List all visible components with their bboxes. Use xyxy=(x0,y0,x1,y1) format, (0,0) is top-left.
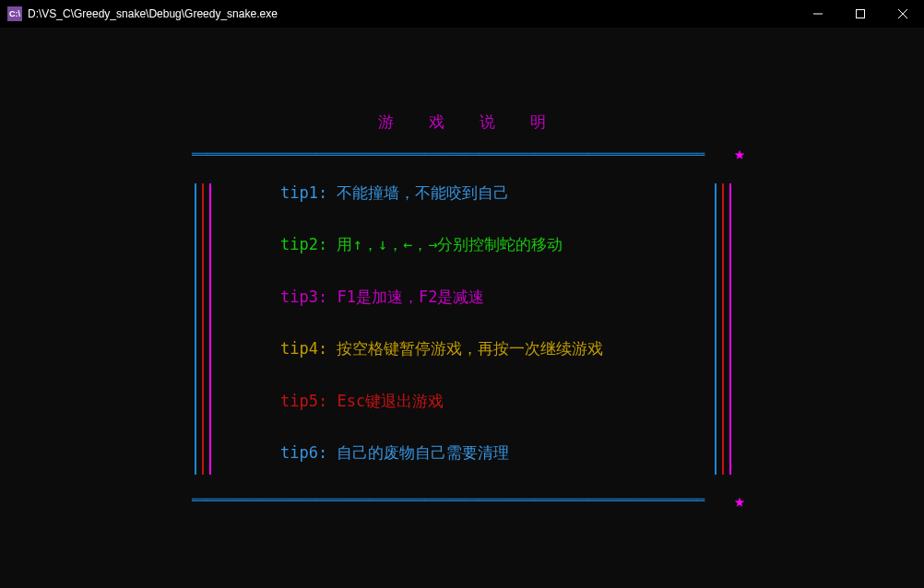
tip-label: tip2: xyxy=(280,235,327,253)
tip-text: 按空格键暂停游戏，再按一次继续游戏 xyxy=(327,339,603,358)
app-icon: C:\ xyxy=(7,6,22,21)
console-output: 游 戏 说 明 ★ ══════════════════════════════… xyxy=(0,28,924,588)
heading-char: 说 xyxy=(480,112,495,131)
window-titlebar: C:\ D:\VS_C\Greedy_snake\Debug\Greedy_sn… xyxy=(0,0,924,28)
vline-magenta xyxy=(209,183,211,475)
window-title: D:\VS_C\Greedy_snake\Debug\Greedy_snake.… xyxy=(28,7,797,20)
vline-blue xyxy=(715,183,717,475)
tips-list: tip1: 不能撞墙，不能咬到自己tip2: 用↑，↓，←，→分别控制蛇的移动t… xyxy=(214,183,712,475)
tip-text: 用↑，↓，←，→分别控制蛇的移动 xyxy=(327,235,563,253)
heading-char: 游 xyxy=(378,112,394,131)
window-controls xyxy=(797,0,924,28)
tip-label: tip3: xyxy=(280,288,327,306)
tip-text: 自己的废物自己需要清理 xyxy=(327,443,509,462)
tip-text: Esc键退出游戏 xyxy=(327,392,444,410)
tip-text: F1是加速，F2是减速 xyxy=(327,288,484,306)
tips-content: tip1: 不能撞墙，不能咬到自己tip2: 用↑，↓，←，→分别控制蛇的移动t… xyxy=(192,160,734,493)
tip-row-2: tip2: 用↑，↓，←，→分别控制蛇的移动 xyxy=(280,235,712,253)
star-icon: ★ xyxy=(734,489,745,512)
heading-char: 戏 xyxy=(429,112,444,131)
border-bottom: ════════════════════════════════════════… xyxy=(192,493,734,506)
tip-label: tip5: xyxy=(280,392,327,410)
minimize-button[interactable] xyxy=(797,0,839,28)
tip-row-3: tip3: F1是加速，F2是减速 xyxy=(280,288,712,306)
vline-magenta xyxy=(729,183,731,475)
tip-label: tip4: xyxy=(280,339,327,358)
vline-red xyxy=(202,183,204,475)
tip-label: tip1: xyxy=(280,183,327,202)
heading-char: 明 xyxy=(530,112,546,131)
border-top: ════════════════════════════════════════… xyxy=(192,147,734,160)
vline-blue xyxy=(195,183,196,475)
tip-row-1: tip1: 不能撞墙，不能咬到自己 xyxy=(280,183,712,202)
vline-red xyxy=(722,183,724,475)
tip-text: 不能撞墙，不能咬到自己 xyxy=(327,183,509,202)
tip-row-5: tip5: Esc键退出游戏 xyxy=(280,392,712,410)
tip-row-4: tip4: 按空格键暂停游戏，再按一次继续游戏 xyxy=(280,339,712,358)
close-button[interactable] xyxy=(882,0,924,28)
border-right xyxy=(712,183,734,475)
page-title: 游 戏 说 明 xyxy=(0,112,924,131)
svg-rect-1 xyxy=(857,10,865,18)
tip-label: tip6: xyxy=(280,443,327,462)
instruction-frame: ★ ══════════════════════════════════════… xyxy=(192,147,734,506)
star-icon: ★ xyxy=(734,142,745,164)
tip-row-6: tip6: 自己的废物自己需要清理 xyxy=(280,443,712,462)
border-left xyxy=(192,183,214,475)
maximize-button[interactable] xyxy=(839,0,882,28)
